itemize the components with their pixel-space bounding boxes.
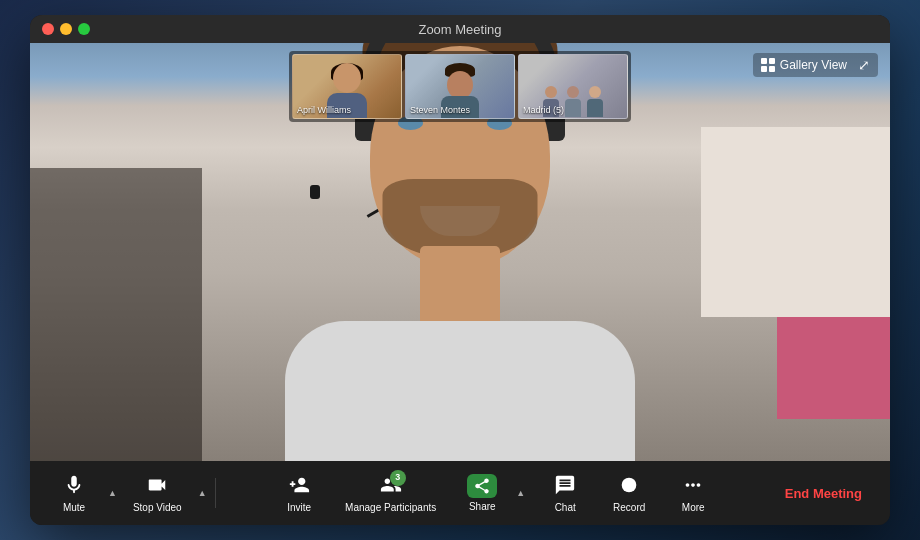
stop-video-group: Stop Video ▲ [123, 468, 211, 519]
thumbnail-steven-montes[interactable]: Steven Montes [405, 54, 515, 119]
end-meeting-button[interactable]: End Meeting [773, 480, 874, 507]
chat-label: Chat [555, 502, 576, 513]
scene-left-dark [30, 168, 202, 461]
gallery-view-label: Gallery View [780, 58, 847, 72]
thumbnail-madrid[interactable]: Madrid (5) [518, 54, 628, 119]
toolbar-left: Mute ▲ Stop Video ▲ [46, 468, 211, 519]
participants-badge: 3 [390, 470, 406, 486]
record-button[interactable]: Record [601, 468, 657, 519]
zoom-window: Zoom Meeting [30, 15, 890, 525]
mic-end [310, 185, 320, 199]
participants-icon-wrapper: 3 [380, 474, 402, 499]
more-label: More [682, 502, 705, 513]
scene-right-wall [701, 127, 890, 420]
share-icon [473, 477, 491, 495]
toolbar: Mute ▲ Stop Video ▲ [30, 461, 890, 525]
share-group: Share ▲ [454, 468, 529, 518]
invite-button[interactable]: Invite [271, 468, 327, 519]
wall-white [701, 127, 890, 317]
close-button[interactable] [42, 23, 54, 35]
thumb-head-1 [333, 63, 361, 93]
share-label: Share [469, 501, 496, 512]
minimize-button[interactable] [60, 23, 72, 35]
video-chevron-icon: ▲ [198, 488, 207, 498]
traffic-lights [42, 23, 90, 35]
microphone-icon [63, 474, 85, 499]
toolbar-divider-1 [215, 478, 216, 508]
thumb-mini-2 [563, 86, 583, 116]
stop-video-label: Stop Video [133, 502, 182, 513]
svg-point-0 [622, 477, 637, 492]
more-icon [682, 474, 704, 499]
title-bar: Zoom Meeting [30, 15, 890, 43]
chat-icon [554, 474, 576, 499]
manage-participants-button[interactable]: 3 Manage Participants [335, 468, 446, 519]
shirt [285, 321, 635, 461]
toolbar-center: Invite 3 Manage Participants Share [220, 468, 773, 519]
thumb-label-2: Steven Montes [410, 105, 470, 115]
stop-video-button[interactable]: Stop Video [123, 468, 192, 519]
fullscreen-icon: ⤢ [858, 57, 870, 73]
video-arrow-button[interactable]: ▲ [192, 482, 211, 504]
share-icon-bg [467, 474, 497, 498]
thumb-head-2 [447, 71, 473, 99]
window-title: Zoom Meeting [418, 22, 501, 37]
mute-group: Mute ▲ [46, 468, 121, 519]
record-label: Record [613, 502, 645, 513]
gallery-view-button[interactable]: Gallery View ⤢ [753, 53, 878, 77]
invite-label: Invite [287, 502, 311, 513]
share-button[interactable]: Share [454, 468, 510, 518]
mute-label: Mute [63, 502, 85, 513]
thumb-mini-3 [585, 86, 605, 116]
participants-group: 3 Manage Participants [335, 468, 446, 519]
manage-participants-label: Manage Participants [345, 502, 436, 513]
record-icon [618, 474, 640, 499]
wall-pink [777, 317, 891, 419]
chat-button[interactable]: Chat [537, 468, 593, 519]
share-chevron-icon: ▲ [516, 488, 525, 498]
mute-arrow-button[interactable]: ▲ [102, 482, 121, 504]
thumbnail-strip: April Williams Steven Montes [289, 51, 631, 122]
video-icon [146, 474, 168, 499]
toolbar-right: End Meeting [773, 480, 874, 507]
thumb-label-3: Madrid (5) [523, 105, 564, 115]
thumbnail-april-williams[interactable]: April Williams [292, 54, 402, 119]
invite-icon [288, 474, 310, 499]
mute-button[interactable]: Mute [46, 468, 102, 519]
mute-chevron-icon: ▲ [108, 488, 117, 498]
maximize-button[interactable] [78, 23, 90, 35]
share-arrow-button[interactable]: ▲ [510, 482, 529, 504]
gallery-grid-icon [761, 58, 775, 72]
more-button[interactable]: More [665, 468, 721, 519]
thumb-label-1: April Williams [297, 105, 351, 115]
main-video-area: April Williams Steven Montes [30, 43, 890, 461]
